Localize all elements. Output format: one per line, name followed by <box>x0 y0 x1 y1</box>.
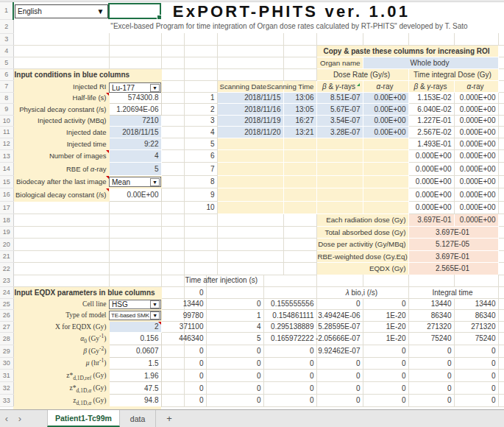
cell[interactable]: 0.000E+00 <box>408 201 454 214</box>
cell[interactable]: 0.155555556 <box>263 298 316 310</box>
cell[interactable] <box>283 175 316 188</box>
cell[interactable] <box>161 226 184 239</box>
dose-per-activity-value[interactable]: 5.127E-05 <box>408 239 498 251</box>
row-header[interactable]: 26 <box>0 310 13 322</box>
cell[interactable]: 0.000E+00 <box>454 92 498 104</box>
cell[interactable] <box>109 226 161 239</box>
add-sheet-button[interactable]: + <box>156 410 182 427</box>
cell[interactable] <box>217 138 283 149</box>
cell[interactable] <box>498 357 504 370</box>
chevron-down-icon[interactable]: ▼ <box>150 300 160 308</box>
cell[interactable] <box>363 188 408 202</box>
cell[interactable]: 0 <box>263 382 316 395</box>
cell[interactable]: 3.28E-07 <box>316 127 363 138</box>
type-of-model-label[interactable]: Type of model <box>13 310 109 322</box>
beta-value[interactable]: 0.0607 <box>109 345 161 357</box>
cell[interactable]: 9.92462E-07 <box>316 345 363 357</box>
cell[interactable] <box>217 201 283 214</box>
cell[interactable] <box>217 68 283 80</box>
cell[interactable] <box>161 33 184 45</box>
zda-label[interactable]: zd,1D,α (Gy) <box>13 394 109 406</box>
rbe-alpha-value[interactable]: 5 <box>109 163 161 176</box>
cell[interactable] <box>498 80 504 92</box>
cell[interactable] <box>13 19 109 33</box>
cell[interactable]: 1.493E-01 <box>408 138 454 149</box>
selected-cell[interactable] <box>108 3 161 19</box>
cell[interactable] <box>184 239 217 251</box>
row-header[interactable]: 1 <box>0 2 13 19</box>
cell[interactable]: 0.00E+00 <box>363 127 408 138</box>
cell[interactable] <box>498 175 504 188</box>
zdref-label[interactable]: z*d,1D,ref (Gy) <box>13 370 109 382</box>
cell[interactable] <box>161 127 184 138</box>
cell[interactable]: 8.51E-07 <box>316 92 363 104</box>
cell[interactable] <box>408 33 454 45</box>
cell[interactable] <box>498 214 504 227</box>
row-header[interactable]: 22 <box>0 263 13 275</box>
zdsa-label[interactable]: z*d,1D,α (Gy) <box>13 382 109 395</box>
chevron-down-icon[interactable]: ▼ <box>93 7 107 15</box>
cell[interactable]: 0 <box>263 345 316 357</box>
scanning-time-header[interactable]: Scanning Time <box>283 80 316 92</box>
row-header[interactable]: 7 <box>0 80 13 92</box>
row-header[interactable]: 32 <box>0 382 13 395</box>
cell[interactable]: 1E-20 <box>363 333 408 345</box>
cell[interactable]: 0 <box>454 394 498 406</box>
cell[interactable]: 1 <box>184 92 217 104</box>
cell[interactable] <box>184 45 217 57</box>
language-selector[interactable]: English▼ <box>15 4 108 18</box>
each-radiation-dose-label[interactable]: Each radiation dose (Gy) <box>316 214 408 227</box>
cell[interactable]: 0 <box>363 394 408 406</box>
cell[interactable]: 0 <box>454 357 498 370</box>
alpha-header[interactable]: α-ray <box>363 80 408 92</box>
cell[interactable]: 0 <box>316 298 363 310</box>
cell[interactable]: 13440 <box>408 298 454 310</box>
cell[interactable] <box>498 250 504 263</box>
cell[interactable]: 0.165972222 <box>263 333 316 345</box>
x-for-eqdx-value[interactable]: 2 <box>109 321 161 333</box>
cell-line-select[interactable]: HSG▼ <box>109 300 161 309</box>
cell[interactable] <box>316 201 363 214</box>
alpha0-value[interactable]: 0.156 <box>109 333 161 345</box>
row-header[interactable]: 8 <box>0 92 13 104</box>
cell[interactable]: 0 <box>363 370 408 382</box>
beta-gamma-header-2[interactable]: β & γ-rays <box>408 80 454 92</box>
cell[interactable] <box>454 33 498 45</box>
row-header[interactable]: 14 <box>0 163 13 176</box>
row-header[interactable]: 25 <box>0 298 13 310</box>
cell[interactable] <box>363 149 408 163</box>
cell[interactable] <box>263 286 316 298</box>
cell[interactable] <box>13 275 109 286</box>
cell[interactable] <box>161 250 184 263</box>
row-header[interactable]: 31 <box>0 370 13 382</box>
cell[interactable] <box>498 298 504 310</box>
cell[interactable]: 4 <box>184 127 217 138</box>
cell[interactable] <box>161 163 184 176</box>
cell[interactable] <box>217 250 283 263</box>
cell[interactable] <box>161 188 184 202</box>
cell[interactable] <box>408 275 454 286</box>
cell[interactable]: 0.000E+00 <box>454 201 498 214</box>
cell[interactable] <box>498 149 504 163</box>
mu-label[interactable]: μ (hr-1) <box>13 357 109 370</box>
cell[interactable]: 0 <box>263 357 316 370</box>
injected-date-value[interactable]: 2018/11/15 <box>109 127 161 138</box>
biodecay-select[interactable]: Mean▼ <box>109 177 161 187</box>
cell[interactable] <box>498 138 504 149</box>
cell[interactable]: 9 <box>184 188 217 202</box>
half-life-label[interactable]: Half-life (s) <box>13 92 109 104</box>
cell[interactable] <box>498 394 504 406</box>
cell[interactable]: 0.000E+00 <box>454 115 498 127</box>
zdref-value[interactable]: 1.96 <box>109 370 161 382</box>
cell[interactable] <box>184 68 217 80</box>
cell[interactable]: 0.000E+00 <box>454 138 498 149</box>
cell[interactable]: 0.000E+00 <box>408 163 454 176</box>
cell[interactable] <box>498 33 504 45</box>
cell[interactable] <box>161 345 184 357</box>
cell[interactable]: 1E-20 <box>363 310 408 322</box>
tab-data[interactable]: data <box>120 410 156 427</box>
row-header[interactable]: 4 <box>0 45 13 57</box>
cell[interactable]: 0.000E+00 <box>454 127 498 138</box>
cell[interactable]: 0 <box>206 345 263 357</box>
cell[interactable] <box>13 250 109 263</box>
